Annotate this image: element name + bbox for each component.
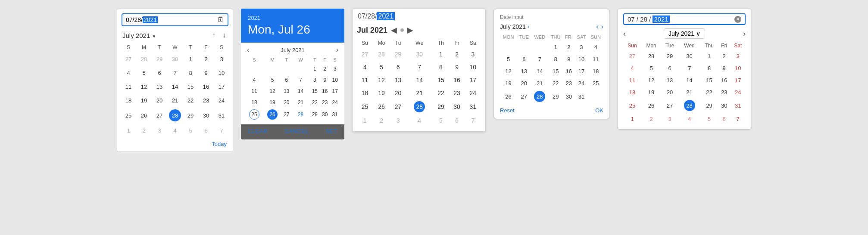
table-row[interactable]: 18 <box>357 87 373 99</box>
table-row[interactable]: 14 <box>406 74 433 87</box>
cal1-month-label[interactable]: July 2021 ▼ <box>122 32 156 39</box>
table-row[interactable]: 2 <box>641 113 661 125</box>
table-row[interactable]: 5 <box>700 113 718 125</box>
table-row[interactable]: 27 <box>152 107 167 124</box>
table-row[interactable]: 8 <box>433 61 449 74</box>
table-row[interactable]: 4 <box>623 62 641 74</box>
table-row[interactable]: 22 <box>548 77 563 89</box>
table-row[interactable]: 25 <box>245 108 263 121</box>
table-row[interactable]: 17 <box>214 80 229 93</box>
table-row[interactable]: 5 <box>183 124 198 137</box>
table-row[interactable]: 14 <box>678 74 700 86</box>
table-row[interactable]: 20 <box>661 86 678 98</box>
table-row[interactable]: 19 <box>641 86 661 98</box>
table-row[interactable]: 4 <box>357 61 373 74</box>
table-row[interactable]: 3 <box>214 52 229 66</box>
table-row[interactable]: 15 <box>310 86 320 97</box>
table-row[interactable]: 24 <box>214 93 229 107</box>
table-row[interactable]: 7 <box>406 61 433 74</box>
cal4-next-btn[interactable]: › <box>601 23 603 31</box>
table-row[interactable]: 20 <box>281 97 291 108</box>
cal3-prev-btn[interactable]: ◀ <box>391 25 397 35</box>
cal4-expand-arrow-icon[interactable]: › <box>528 24 529 30</box>
table-row[interactable]: 5 <box>500 53 517 65</box>
table-row[interactable]: 28 <box>167 107 183 124</box>
table-row[interactable]: 15 <box>433 74 449 87</box>
table-row[interactable]: 6 <box>281 74 291 86</box>
table-row[interactable]: 1 <box>310 63 320 74</box>
cal4-reset-btn[interactable]: Reset <box>500 107 515 114</box>
table-row[interactable]: 30 <box>320 108 330 121</box>
table-row[interactable]: 5 <box>433 114 449 127</box>
table-row[interactable]: 5 <box>263 74 281 86</box>
table-row[interactable]: 1 <box>183 52 198 66</box>
table-row[interactable]: 12 <box>500 65 517 77</box>
table-row[interactable]: 24 <box>465 87 481 99</box>
table-row[interactable]: 12 <box>263 86 281 97</box>
table-row[interactable]: 31 <box>730 98 746 113</box>
selected-day[interactable]: 28 <box>534 91 545 102</box>
table-row[interactable]: 13 <box>517 65 531 77</box>
table-row[interactable]: 6 <box>661 62 678 74</box>
calendar-icon[interactable]: 🗓 <box>217 16 224 24</box>
table-row[interactable]: 9 <box>718 62 731 74</box>
table-row[interactable]: 29 <box>390 48 406 61</box>
table-row[interactable]: 26 <box>263 108 281 121</box>
table-row[interactable]: 3 <box>661 113 678 125</box>
table-row[interactable]: 10 <box>575 53 588 65</box>
table-row[interactable]: 6 <box>152 66 167 80</box>
selected-day[interactable]: 26 <box>267 109 278 120</box>
table-row[interactable]: 26 <box>373 99 390 114</box>
table-row[interactable]: 17 <box>575 65 588 77</box>
table-row[interactable]: 14 <box>167 80 183 93</box>
table-row[interactable]: 3 <box>575 41 588 53</box>
table-row[interactable]: 1 <box>623 113 641 125</box>
table-row[interactable]: 9 <box>198 66 214 80</box>
table-row[interactable]: 9 <box>563 53 575 65</box>
table-row[interactable]: 30 <box>678 50 700 62</box>
table-row[interactable]: 27 <box>357 48 373 61</box>
table-row[interactable]: 23 <box>320 97 330 108</box>
table-row[interactable]: 25 <box>623 98 641 113</box>
table-row[interactable]: 10 <box>465 61 481 74</box>
table-row[interactable]: 5 <box>641 62 661 74</box>
table-row[interactable]: 29 <box>183 107 198 124</box>
table-row[interactable]: 21 <box>292 97 310 108</box>
table-row[interactable]: 6 <box>198 124 214 137</box>
cal2-set-btn[interactable]: SET <box>326 128 337 134</box>
table-row[interactable]: 16 <box>198 80 214 93</box>
table-row[interactable]: 11 <box>623 74 641 86</box>
table-row[interactable]: 10 <box>214 66 229 80</box>
cal1-next-btn[interactable]: ↓ <box>221 31 228 40</box>
table-row[interactable]: 21 <box>678 86 700 98</box>
table-row[interactable]: 25 <box>121 107 136 124</box>
table-row[interactable]: 23 <box>718 86 731 98</box>
today-day[interactable]: 25 <box>249 109 259 120</box>
table-row[interactable]: 2 <box>320 63 330 74</box>
table-row[interactable]: 3 <box>465 48 481 61</box>
table-row[interactable]: 29 <box>152 52 167 66</box>
table-row[interactable]: 11 <box>245 86 263 97</box>
table-row[interactable]: 4 <box>678 113 700 125</box>
table-row[interactable]: 19 <box>373 87 390 99</box>
cal4-ok-btn[interactable]: OK <box>595 107 603 114</box>
table-row[interactable]: 22 <box>433 87 449 99</box>
cal2-prev-btn[interactable]: ‹ <box>247 46 249 54</box>
table-row[interactable]: 3 <box>152 124 167 137</box>
table-row[interactable]: 21 <box>167 93 183 107</box>
table-row[interactable]: 29 <box>548 89 563 104</box>
table-row[interactable]: 28 <box>678 98 700 113</box>
table-row[interactable]: 3 <box>730 50 746 62</box>
table-row[interactable]: 24 <box>730 86 746 98</box>
table-row[interactable]: 1 <box>433 48 449 61</box>
table-row[interactable]: 9 <box>449 61 465 74</box>
table-row[interactable]: 12 <box>641 74 661 86</box>
table-row[interactable]: 3 <box>330 63 340 74</box>
table-row[interactable]: 11 <box>588 53 603 65</box>
table-row[interactable]: 29 <box>433 99 449 114</box>
table-row[interactable]: 30 <box>563 89 575 104</box>
table-row[interactable]: 15 <box>183 80 198 93</box>
table-row[interactable]: 31 <box>330 108 340 121</box>
table-row[interactable]: 28 <box>641 50 661 62</box>
table-row[interactable]: 4 <box>245 74 263 86</box>
